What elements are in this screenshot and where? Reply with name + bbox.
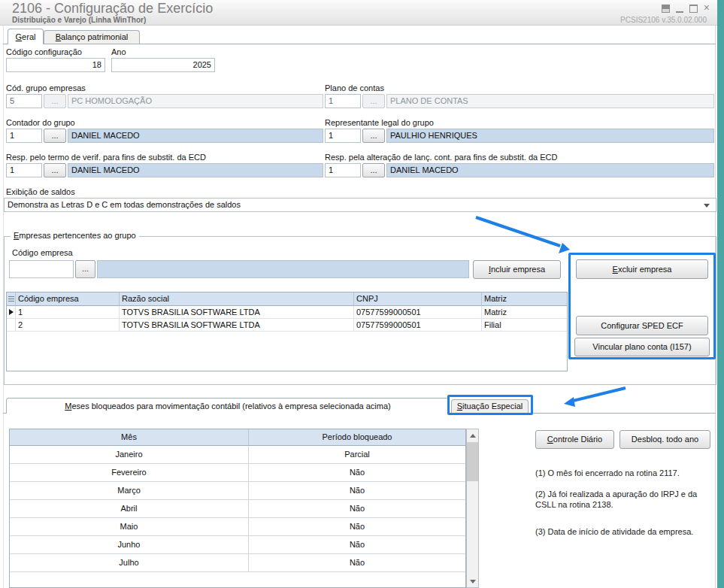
- note-2: (2) Já foi realizada a apuração do IRPJ …: [535, 489, 716, 510]
- desbloq-todo-ano-button[interactable]: Desbloq. todo ano: [619, 430, 710, 449]
- plano-contas-name-field: PLANO DE CONTAS: [386, 94, 714, 108]
- tab-geral[interactable]: Geral: [8, 29, 44, 44]
- annotation-arrow-2: [573, 388, 626, 401]
- cell-cnpj: 07577599000501: [354, 306, 482, 319]
- cell-periodo: Não: [249, 464, 465, 482]
- resp-termo-label: Resp. pelo termo de verif. para fins de …: [6, 153, 206, 162]
- contador-code-field[interactable]: 1: [6, 129, 42, 143]
- window-title: 2106 - Configuração de Exercício: [12, 1, 213, 17]
- excluir-empresa-button[interactable]: Excluir empresa: [576, 259, 708, 279]
- cell-periodo: Não: [249, 500, 465, 518]
- codigo-configuracao-label: Código configuração: [6, 47, 82, 56]
- empresas-group-title: Empresas pertencentes ao grupo: [11, 231, 139, 240]
- representante-code-field[interactable]: 1: [325, 129, 361, 143]
- resp-termo-lookup-button[interactable]: ...: [44, 163, 66, 177]
- contador-name-field: DANIEL MACEDO: [68, 129, 323, 143]
- scrollbar-thumb[interactable]: [467, 442, 478, 481]
- header-razao-social: Razão social: [120, 292, 354, 306]
- cell-razao: TOTVS BRASILIA SOFTWARE LTDA: [120, 319, 354, 332]
- cell-mes: Junho: [10, 536, 249, 554]
- resp-alteracao-label: Resp. pela alteração de lanç. cont. para…: [325, 153, 557, 162]
- empresas-table: Código empresa Razão social CNPJ Matriz …: [6, 292, 568, 371]
- app-window: 2106 - Configuração de Exercício Distrib…: [0, 0, 724, 588]
- minimize-icon[interactable]: [676, 5, 683, 13]
- cell-codigo: 1: [16, 306, 120, 319]
- header-matriz: Matriz: [482, 292, 567, 306]
- ano-label: Ano: [111, 47, 126, 56]
- representante-lookup-button[interactable]: ...: [362, 129, 385, 143]
- desktop-background-strip: [717, 0, 724, 588]
- maximize-icon[interactable]: [689, 5, 698, 13]
- window-controls: ×: [662, 4, 710, 13]
- resp-alteracao-lookup-button[interactable]: ...: [362, 163, 385, 177]
- close-icon[interactable]: ×: [704, 4, 710, 13]
- representante-label: Representante legal do grupo: [325, 118, 434, 127]
- table-row[interactable]: Fevereiro Não: [10, 464, 465, 482]
- cell-matriz: Filial: [482, 319, 567, 332]
- table-row[interactable]: 1 TOTVS BRASILIA SOFTWARE LTDA 075775990…: [7, 306, 567, 319]
- header-codigo-empresa: Código empresa: [16, 292, 120, 306]
- scroll-up-icon: [470, 434, 476, 438]
- cell-periodo: Não: [249, 554, 465, 572]
- ano-field[interactable]: 2025: [111, 58, 215, 72]
- resp-alteracao-name-field: DANIEL MACEDO: [386, 163, 714, 177]
- cell-matriz: Matriz: [482, 306, 567, 319]
- resp-alteracao-code-field[interactable]: 1: [325, 163, 361, 177]
- cell-periodo: Não: [249, 518, 465, 536]
- title-bar: 2106 - Configuração de Exercício Distrib…: [0, 0, 717, 26]
- scroll-up-button[interactable]: [467, 429, 478, 441]
- cell-periodo: Não: [249, 536, 465, 554]
- tab-strip-line: [3, 44, 716, 44]
- controle-diario-button[interactable]: Controle Diário: [535, 430, 614, 449]
- tab-meses-bloqueados[interactable]: Meses bloqueados para movimentação contá…: [6, 398, 450, 414]
- cell-mes: Março: [10, 482, 249, 500]
- cell-cnpj: 07577599000501: [354, 319, 482, 332]
- table-row[interactable]: Julho Não: [10, 554, 465, 572]
- table-row[interactable]: Janeiro Parcial: [10, 446, 465, 464]
- table-row[interactable]: Março Não: [10, 482, 465, 500]
- version-label: PCSIS2106 v.35.0.02.000: [620, 16, 707, 24]
- resp-termo-name-field: DANIEL MACEDO: [68, 163, 323, 177]
- cell-mes: Janeiro: [10, 446, 249, 464]
- plano-contas-label: Plano de contas: [325, 83, 384, 92]
- row-selected-marker-icon: [9, 309, 14, 315]
- incluir-empresa-button[interactable]: Incluir empresa: [473, 260, 561, 279]
- table-row[interactable]: 2 TOTVS BRASILIA SOFTWARE LTDA 075775990…: [7, 319, 567, 332]
- cell-periodo: Parcial: [249, 446, 465, 464]
- window-shade-icon[interactable]: [662, 5, 670, 13]
- plano-contas-lookup-button[interactable]: ...: [362, 94, 385, 108]
- note-1: (1) O mês foi encerrado na rotina 2117.: [535, 468, 716, 478]
- exibicao-saldos-value: Demonstra as Letras D e C em todas demon…: [8, 200, 241, 209]
- cell-razao: TOTVS BRASILIA SOFTWARE LTDA: [120, 306, 354, 319]
- tab-situacao-especial[interactable]: Situação Especial: [451, 399, 529, 413]
- exibicao-saldos-label: Exibição de saldos: [6, 187, 75, 196]
- grupo-empresas-name-field: PC HOMOLOGAÇÃO: [68, 94, 323, 108]
- tab-balanco-patrimonial[interactable]: Balanço patrimonial: [44, 30, 140, 44]
- scroll-down-button[interactable]: [467, 575, 478, 587]
- chevron-down-icon: [704, 204, 710, 208]
- table-row[interactable]: Junho Não: [10, 536, 465, 554]
- contador-label: Contador do grupo: [6, 118, 75, 127]
- configurar-sped-ecf-button[interactable]: Configurar SPED ECF: [576, 316, 708, 335]
- header-periodo-bloqueado: Período bloqueado: [249, 429, 465, 446]
- meses-table: Mês Período bloqueado Janeiro Parcial Fe…: [9, 429, 466, 588]
- grupo-empresas-code-field[interactable]: 5: [6, 94, 42, 108]
- resp-termo-code-field[interactable]: 1: [6, 163, 42, 177]
- header-cnpj: CNPJ: [354, 292, 482, 306]
- table-row[interactable]: Abril Não: [10, 500, 465, 518]
- codigo-empresa-field[interactable]: [9, 260, 74, 278]
- grupo-empresas-lookup-button[interactable]: ...: [44, 94, 66, 108]
- plano-contas-code-field[interactable]: 1: [325, 94, 361, 108]
- codigo-configuracao-field[interactable]: 18: [6, 58, 105, 72]
- scroll-down-icon: [470, 580, 476, 583]
- vincular-plano-conta-button[interactable]: Vincular plano conta (I157): [574, 338, 710, 356]
- header-mes: Mês: [10, 429, 249, 446]
- table-row[interactable]: Maio Não: [10, 518, 465, 536]
- cell-mes: Fevereiro: [10, 464, 249, 482]
- exibicao-saldos-select[interactable]: Demonstra as Letras D e C em todas demon…: [4, 198, 716, 212]
- grupo-empresas-label: Cód. grupo empresas: [6, 83, 86, 92]
- contador-lookup-button[interactable]: ...: [44, 129, 66, 143]
- codigo-empresa-lookup-button[interactable]: ...: [75, 260, 95, 278]
- meses-table-scrollbar[interactable]: [466, 429, 479, 588]
- cell-mes: Julho: [10, 554, 249, 572]
